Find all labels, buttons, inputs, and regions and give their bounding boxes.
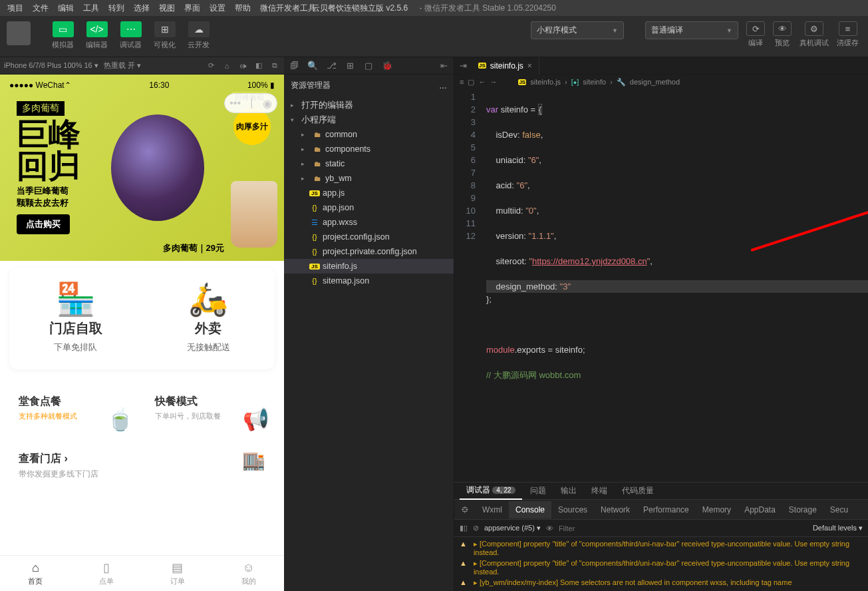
popout-icon[interactable]: ⧉ bbox=[269, 61, 280, 71]
close-icon[interactable]: × bbox=[527, 61, 532, 71]
remote-debug-button[interactable]: ⚙真机调试 bbox=[797, 21, 831, 48]
dinein-card[interactable]: 堂食点餐 支持多种就餐模式 🍵 bbox=[9, 385, 139, 435]
box-icon[interactable]: ▢ bbox=[362, 60, 374, 72]
menu-item[interactable]: 视图 bbox=[154, 3, 180, 14]
view-stores-card[interactable]: 查看门店 › 带你发掘更多线下门店 🏬 bbox=[9, 443, 275, 489]
menu-item[interactable]: 帮助 bbox=[230, 3, 255, 14]
pickup-card[interactable]: 🏪 门店自取 下单免排队 bbox=[9, 268, 142, 369]
forward-icon[interactable]: → bbox=[490, 78, 497, 86]
menu-item[interactable]: 设置 bbox=[205, 3, 230, 14]
filter-input[interactable] bbox=[559, 524, 807, 532]
tree-file[interactable]: {}project.private.config.json bbox=[284, 244, 454, 259]
files-icon[interactable]: 🗐 bbox=[288, 60, 300, 72]
hot-reload-toggle[interactable]: 热重载 开 ▾ bbox=[104, 61, 141, 71]
tree-file[interactable]: {}project.config.json bbox=[284, 230, 454, 244]
home-icon[interactable]: ⌂ bbox=[221, 61, 232, 71]
panel-tab[interactable]: AppData bbox=[738, 505, 782, 514]
console-line[interactable]: ▸ [Component] property "title" of "compo… bbox=[454, 538, 868, 558]
panel-tab[interactable]: Memory bbox=[696, 505, 738, 514]
menu-item[interactable]: 工具 bbox=[78, 3, 104, 14]
menu-item[interactable]: 文件 bbox=[28, 3, 53, 14]
volume-icon[interactable]: 🕪 bbox=[237, 61, 248, 71]
bookmark-icon[interactable]: ≡ bbox=[460, 78, 464, 86]
outline-icon[interactable]: ▢ bbox=[468, 78, 474, 87]
breadcrumb-item[interactable]: siteinfo.js bbox=[530, 78, 561, 86]
clear-icon[interactable]: ⊘ bbox=[473, 524, 479, 532]
back-icon[interactable]: ← bbox=[478, 78, 486, 86]
tree-file[interactable]: ☰app.wxss bbox=[284, 215, 454, 230]
scope-select[interactable]: appservice (#5) ▾ bbox=[484, 524, 541, 532]
window-title: 云贝餐饮连锁独立版 v2.5.6 - 微信开发者工具 Stable 1.05.2… bbox=[307, 3, 561, 14]
debugger-tab[interactable]: 调试器 4, 22 bbox=[460, 482, 522, 500]
sidebar-icon[interactable]: ▮▯ bbox=[460, 524, 468, 532]
split-icon[interactable]: ◧ bbox=[253, 61, 264, 71]
debugger-tab[interactable]: 代码质量 bbox=[615, 483, 660, 499]
tree-folder[interactable]: ▸🖿components bbox=[284, 142, 454, 156]
levels-select[interactable]: Default levels ▾ bbox=[813, 524, 863, 532]
cloud-button[interactable]: ☁云开发 bbox=[184, 21, 214, 50]
panel-tab-console[interactable]: Console bbox=[509, 501, 551, 518]
debugger-tab[interactable]: 输出 bbox=[554, 483, 583, 499]
tree-file-selected[interactable]: JSsiteinfo.js bbox=[284, 259, 454, 274]
tree-file[interactable]: {}app.json bbox=[284, 200, 454, 215]
tree-section[interactable]: ▾小程序端 bbox=[284, 112, 454, 127]
panel-tab[interactable]: Secu bbox=[823, 505, 855, 514]
menu-item[interactable]: 项目 bbox=[3, 3, 28, 14]
code-editor[interactable]: 123456789101112 var siteinfo = { isDev: … bbox=[454, 89, 868, 482]
panel-tab[interactable]: Storage bbox=[782, 505, 823, 514]
panel-tab[interactable]: Sources bbox=[551, 505, 594, 514]
menu-item[interactable]: 选择 bbox=[129, 3, 154, 14]
compile-dropdown[interactable]: 普通编译▼ bbox=[645, 21, 738, 39]
tab-home[interactable]: ⌂首页 bbox=[0, 561, 71, 586]
fastfood-card[interactable]: 快餐模式 下单叫号，到店取餐 📢 bbox=[146, 385, 275, 435]
capsule-button[interactable]: •••|◉ bbox=[224, 93, 277, 113]
branch-icon[interactable]: ⎇ bbox=[325, 60, 337, 72]
tab-me[interactable]: ☺我的 bbox=[213, 561, 284, 586]
more-icon[interactable]: … bbox=[439, 81, 447, 91]
panel-tab[interactable]: Wxml bbox=[476, 505, 509, 514]
panel-tab[interactable]: Network bbox=[594, 505, 637, 514]
home-icon: ⌂ bbox=[32, 561, 39, 575]
debugger-button[interactable]: ⋯调试器 bbox=[116, 21, 146, 50]
refresh-icon[interactable]: ⟳ bbox=[206, 61, 216, 71]
collapse-icon[interactable]: ⇤ bbox=[438, 60, 450, 72]
tree-folder[interactable]: ▸🖿common bbox=[284, 127, 454, 142]
tree-file[interactable]: JSapp.js bbox=[284, 186, 454, 200]
menu-item[interactable]: 编辑 bbox=[53, 3, 78, 14]
debugger-tab[interactable]: 问题 bbox=[523, 483, 553, 499]
compile-button[interactable]: ⟳编译 bbox=[744, 21, 768, 48]
device-select[interactable]: iPhone 6/7/8 Plus 100% 16 ▾ bbox=[4, 61, 98, 70]
tab-order[interactable]: ▯点单 bbox=[71, 560, 142, 586]
buy-button[interactable]: 点击购买 bbox=[17, 214, 70, 234]
debug-icon[interactable]: 🐞 bbox=[381, 60, 393, 72]
preview-button[interactable]: 👁预览 bbox=[770, 21, 794, 48]
tab-orders[interactable]: ▤订单 bbox=[142, 560, 214, 586]
console-line[interactable]: ▸ [Component] property "title" of "compo… bbox=[454, 558, 868, 577]
stack-icon: ≡ bbox=[839, 21, 857, 36]
ext-icon[interactable]: ⊞ bbox=[344, 60, 356, 72]
simulator-button[interactable]: ▭模拟器 bbox=[48, 21, 78, 50]
folder-icon: 🖿 bbox=[312, 130, 323, 138]
editor-tab[interactable]: JSsiteinfo.js× bbox=[472, 57, 539, 75]
menu-item[interactable]: 界面 bbox=[180, 3, 205, 14]
eye-icon[interactable]: 👁 bbox=[546, 524, 553, 532]
menu-item[interactable]: 转到 bbox=[104, 3, 129, 14]
tree-folder[interactable]: ▸🖿yb_wm bbox=[284, 171, 454, 186]
visual-button[interactable]: ⊞可视化 bbox=[150, 21, 180, 50]
breadcrumb-item[interactable]: design_method bbox=[630, 78, 680, 86]
search-icon[interactable]: 🔍 bbox=[307, 60, 319, 72]
sidebar-toggle-icon[interactable]: ⇥ bbox=[454, 57, 472, 75]
code-content[interactable]: var siteinfo = { isDev: false, uniacid: … bbox=[484, 89, 868, 482]
console-line[interactable]: ▸ [yb_wm/index/my-index] Some selectors … bbox=[454, 577, 868, 588]
tree-file[interactable]: {}sitemap.json bbox=[284, 274, 454, 288]
tree-folder[interactable]: ▸🖿static bbox=[284, 156, 454, 171]
tree-section[interactable]: ▸打开的编辑器 bbox=[284, 98, 454, 112]
breadcrumb-item[interactable]: siteinfo bbox=[583, 78, 606, 86]
clear-cache-button[interactable]: ≡清缓存 bbox=[834, 21, 861, 48]
panel-tab[interactable]: Performance bbox=[637, 505, 696, 514]
inspect-icon[interactable]: ⯐ bbox=[454, 505, 476, 514]
editor-button[interactable]: </>编辑器 bbox=[82, 21, 112, 50]
delivery-card[interactable]: 🛵 外卖 无接触配送 bbox=[142, 268, 275, 369]
debugger-tab[interactable]: 终端 bbox=[585, 483, 614, 499]
mode-dropdown[interactable]: 小程序模式▼ bbox=[531, 21, 624, 39]
